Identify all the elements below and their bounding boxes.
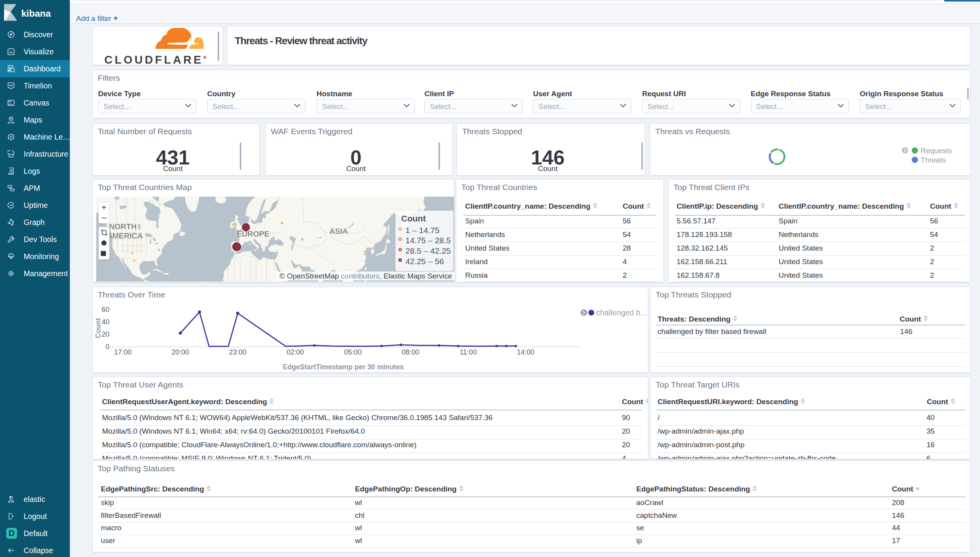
svg-text:05:00: 05:00: [344, 348, 362, 356]
svg-text:20:00: 20:00: [171, 348, 189, 356]
svg-text:23:00: 23:00: [229, 348, 246, 356]
svg-text:20: 20: [102, 330, 109, 338]
svg-text:08:00: 08:00: [402, 348, 419, 356]
svg-text:0: 0: [106, 343, 109, 351]
svg-text:EUROPE: EUROPE: [237, 230, 269, 238]
svg-text:11:00: 11:00: [460, 348, 477, 356]
svg-text:EdgeStartTimestamp per 30 minu: EdgeStartTimestamp per 30 minutes: [283, 363, 404, 371]
svg-text:challenged b…: challenged b…: [596, 308, 648, 317]
svg-text:AMERICA: AMERICA: [107, 232, 143, 240]
svg-text:40: 40: [102, 318, 109, 326]
svg-text:17:00: 17:00: [114, 348, 132, 356]
svg-text:02:00: 02:00: [286, 348, 304, 356]
svg-text:ASIA: ASIA: [329, 227, 348, 235]
svg-text:Count: Count: [94, 318, 102, 338]
svg-text:14:00: 14:00: [517, 348, 534, 356]
svg-text:NORTH: NORTH: [109, 222, 137, 231]
svg-text:60: 60: [102, 306, 109, 313]
